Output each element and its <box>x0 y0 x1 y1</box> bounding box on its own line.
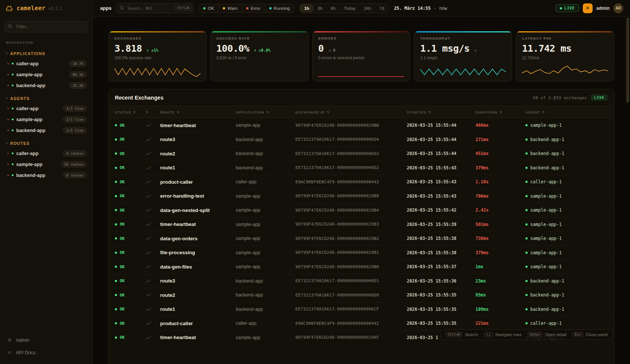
status-filter-error[interactable]: Error <box>242 4 265 12</box>
hint-label: Search <box>465 332 478 337</box>
sidebar-item-agents-sample-app[interactable]: ▸sample-app1/1 live <box>0 114 92 125</box>
sidebar-item-admin[interactable]: ⚙ Admin <box>0 334 92 346</box>
trend-cell <box>146 208 160 212</box>
date-range[interactable]: 25. März 14:55 — now <box>394 6 447 11</box>
range-button-7d[interactable]: 7d <box>375 5 388 12</box>
live-label: LIVE <box>564 6 574 10</box>
range-button-6h[interactable]: 6h <box>327 5 340 12</box>
exchange-id-cell: 90799F47E6CD24D-00000000000029B3 <box>295 222 407 227</box>
table-row[interactable]: OKroute3backend-appEE7322370A10617-00000… <box>109 274 614 289</box>
range-button-3h[interactable]: 3h <box>314 5 326 12</box>
status-cell: OK <box>115 123 146 128</box>
table-row[interactable]: OKdata-gen-orderssample-app90799F47E6CD2… <box>109 232 614 246</box>
table-row[interactable]: OKtimer-heartbeatsample-app90799F47E6CD2… <box>109 218 614 232</box>
exchange-id-cell: 90799F47E6CD24D-00000000000029B0 <box>295 264 407 269</box>
table-row[interactable]: OKproduct-callercaller-app69AC90BF8EBC4F… <box>109 175 614 189</box>
column-header-trend[interactable]: ⇅ <box>146 111 160 114</box>
table-row[interactable]: OKerror-handling-testsample-app90799F47E… <box>109 189 614 204</box>
trend-icon <box>146 123 151 127</box>
range-button-today[interactable]: Today <box>340 5 359 12</box>
status-filter-running[interactable]: Running <box>265 4 294 12</box>
status-filter-label: Warn <box>227 6 238 11</box>
sidebar-item-badge: 1/1 live <box>63 105 87 112</box>
trend-cell <box>146 321 160 326</box>
trend-cell <box>146 180 160 184</box>
sidebar-item-applications-caller-app[interactable]: ▸caller-app10.7k <box>0 58 92 69</box>
table-row[interactable]: OKproduct-callercaller-app69AC90BF8EBC4F… <box>109 316 614 331</box>
column-header-route[interactable]: ROUTE⇅ <box>160 110 236 114</box>
table-row[interactable]: OKroute1backend-appEE7322370A10617-00000… <box>109 303 614 317</box>
accent-bar <box>313 31 410 32</box>
status-filter-warn[interactable]: Warn <box>219 4 242 12</box>
sort-icon: ⇅ <box>146 111 149 114</box>
sidebar-item-agents-backend-app[interactable]: ▸backend-app1/1 live <box>0 125 92 136</box>
column-header-application[interactable]: APPLICATION⇅ <box>236 110 295 114</box>
sidebar-item-label: backend-app <box>16 128 45 133</box>
duration-cell: 221ms <box>476 321 525 326</box>
sidebar-item-routes-caller-app[interactable]: ▸caller-app4 routes <box>0 148 92 159</box>
table-row[interactable]: OKdata-gen-nested-splitsample-app90799F4… <box>109 203 614 218</box>
sidebar-item-applications-backend-app[interactable]: ▸backend-app32.2k <box>0 80 92 91</box>
status-dot-icon <box>12 63 14 65</box>
table-row[interactable]: OKtimer-heartbeatsample-app90799F47E6CD2… <box>109 118 614 133</box>
stat-card-success-rate: SUCCESS RATE100.0%↑ +0.0%3.818 ok / 0 er… <box>210 31 309 81</box>
scrollbar-track[interactable] <box>626 17 629 364</box>
application-cell: caller-app <box>236 179 295 184</box>
sidebar-item-label: sample-app <box>16 117 42 122</box>
column-header-started[interactable]: STARTED⇅ <box>407 110 476 114</box>
exchange-id-cell: 90799F47E6CD24D-00000000000029B2 <box>295 236 407 241</box>
scrollbar-thumb[interactable] <box>626 18 629 103</box>
status-dot-icon <box>525 266 528 268</box>
column-label: EXCHANGE ID <box>295 110 325 114</box>
stat-card-throughput: THROUGHPUT1.1 msg/s→1.1 msg/s <box>414 31 512 81</box>
trend-cell <box>146 335 160 340</box>
status-dot-icon <box>525 124 528 126</box>
stat-title: LATENCY P99 <box>522 36 608 40</box>
column-header-status[interactable]: STATUS⇅ <box>115 110 146 114</box>
status-dot-icon <box>12 84 14 86</box>
avatar[interactable]: AD <box>613 3 623 13</box>
sparkline-chart <box>318 65 405 78</box>
agent-label: sample-app-1 <box>530 250 562 255</box>
status-filter-ok[interactable]: OK <box>199 4 219 12</box>
live-toggle[interactable]: LIVE <box>556 4 579 12</box>
sidebar-item-label: caller-app <box>16 151 39 156</box>
status-dot-icon <box>115 167 117 169</box>
table-row[interactable]: OKroute1backend-appEE7322370A10617-00000… <box>109 161 614 175</box>
sidebar-filter-input[interactable] <box>5 21 88 32</box>
range-button-24h[interactable]: 24h <box>360 5 375 12</box>
table-row[interactable]: OKfile-processingsample-app90799F47E6CD2… <box>109 246 614 260</box>
stat-delta: ↑ +0.0% <box>254 48 270 52</box>
route-cell: timer-heartbeat <box>160 123 236 128</box>
status-dot-icon <box>525 237 528 240</box>
status-dot-icon <box>115 124 117 126</box>
column-header-exchange-id[interactable]: EXCHANGE ID⇅ <box>295 110 407 114</box>
footer-item-label: Admin <box>16 338 29 343</box>
table-row[interactable]: OKroute2backend-appEE7322370A10617-00000… <box>109 147 614 161</box>
context-label: apps <box>100 5 111 11</box>
table-live-badge: LIVE <box>591 94 608 101</box>
nav-section-routes: ▾ROUTES▸caller-app4 routes▸sample-app16 … <box>0 139 92 181</box>
trend-icon <box>146 151 151 156</box>
sidebar-item-agents-caller-app[interactable]: ▸caller-app1/1 live <box>0 103 92 114</box>
column-header-agent[interactable]: AGENT⇅ <box>525 110 608 114</box>
nav-section-header-applications[interactable]: ▾APPLICATIONS <box>0 49 92 58</box>
sidebar-item-routes-sample-app[interactable]: ▸sample-app16 routes <box>0 159 92 170</box>
sidebar-item-routes-backend-app[interactable]: ▸backend-app6 routes <box>0 170 92 181</box>
nav-section-header-routes[interactable]: ▾ROUTES <box>0 139 92 148</box>
theme-toggle-button[interactable]: ☀ <box>583 3 593 13</box>
column-header-duration[interactable]: DURATION⇅ <box>476 110 525 114</box>
status-label: OK <box>120 180 125 184</box>
table-row[interactable]: OKroute2backend-appEE7322370A10617-00000… <box>109 288 614 303</box>
status-dot-icon <box>525 322 528 324</box>
sidebar-item-api-docs[interactable]: ≡ API Docs <box>0 346 92 359</box>
trend-icon <box>146 321 151 326</box>
range-button-1h[interactable]: 1h <box>300 5 313 12</box>
table-row[interactable]: OKdata-gen-filessample-app90799F47E6CD24… <box>109 260 614 274</box>
sparkline-chart <box>114 65 201 78</box>
nav-section-header-agents[interactable]: ▾AGENTS <box>0 94 92 103</box>
table-row[interactable]: OKroute3backend-appEE7322370A10617-00000… <box>109 133 614 147</box>
status-cell: OK <box>115 137 146 142</box>
sidebar-item-applications-sample-app[interactable]: ▸sample-app84.1k <box>0 69 92 80</box>
duration-cell: 451ms <box>476 151 525 156</box>
